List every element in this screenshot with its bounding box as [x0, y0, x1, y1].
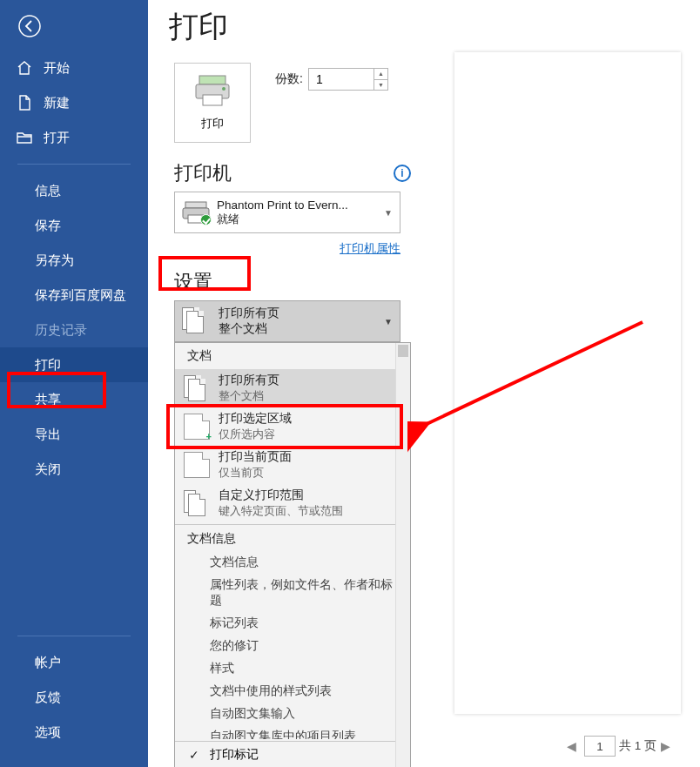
folder-open-icon: [16, 129, 33, 146]
info-line[interactable]: 自动图文集输入: [175, 703, 410, 725]
spinner-up[interactable]: ▲: [374, 69, 387, 80]
sidebar-item-label: 保存到百度网盘: [35, 287, 126, 304]
svg-point-4: [222, 87, 225, 91]
info-line[interactable]: 文档信息: [175, 551, 410, 574]
info-line[interactable]: 属性列表，例如文件名、作者和标题: [175, 574, 410, 612]
sidebar-item-options[interactable]: 选项: [0, 715, 148, 750]
next-page-button[interactable]: ▶: [656, 737, 674, 755]
sidebar-item-open[interactable]: 打开: [0, 120, 148, 155]
printer-status-icon: [182, 201, 210, 224]
page-selection-icon: [184, 414, 210, 440]
backstage-sidebar: 开始 新建 打开 信息 保存 另存为 保存到百度网盘 历史记录 打印 共享 导出…: [0, 0, 148, 767]
dropdown-scrollbar[interactable]: [395, 343, 410, 767]
sidebar-item-label: 帐户: [35, 655, 61, 671]
spinner-buttons: ▲ ▼: [374, 69, 387, 90]
file-icon: [16, 94, 33, 111]
sidebar-item-label: 历史记录: [35, 322, 87, 339]
sidebar-item-export[interactable]: 导出: [0, 417, 148, 452]
page-title: 打印: [169, 7, 420, 47]
dropdown-group-document: 文档: [175, 343, 410, 369]
printer-status: 就绪: [217, 212, 384, 227]
sidebar-item-label: 反馈: [35, 690, 61, 706]
dropdown-separator: [175, 741, 410, 742]
info-line[interactable]: 您的修订: [175, 635, 410, 657]
sidebar-item-new[interactable]: 新建: [0, 85, 148, 120]
page-icon: [184, 452, 210, 478]
dropdown-selected-sub: 整个文档: [219, 321, 384, 337]
sidebar-item-save-baidu[interactable]: 保存到百度网盘: [0, 278, 148, 313]
sidebar-item-feedback[interactable]: 反馈: [0, 680, 148, 715]
svg-rect-3: [203, 95, 222, 105]
page-range-icon: [184, 490, 210, 516]
copies-field: 份数: 1 ▲ ▼: [275, 68, 388, 91]
info-line[interactable]: 文档中使用的样式列表: [175, 680, 410, 703]
current-page-input[interactable]: 1: [584, 736, 616, 757]
sidebar-item-save[interactable]: 保存: [0, 208, 148, 243]
printer-section-title: 打印机: [174, 160, 232, 186]
sidebar-item-label: 共享: [35, 392, 61, 408]
page-navigator: ◀ 1 共 1 页 ▶: [563, 736, 674, 757]
option-print-current[interactable]: 打印当前页面仅当前页: [175, 446, 396, 484]
sidebar-item-label: 开始: [44, 60, 70, 77]
total-pages-label: 共 1 页: [619, 738, 656, 754]
chevron-down-icon: ▼: [384, 208, 393, 218]
option-print-selection[interactable]: 打印选定区域仅所选内容: [175, 407, 396, 446]
sidebar-item-account[interactable]: 帐户: [0, 645, 148, 680]
printer-selector[interactable]: Phantom Print to Evern... 就绪 ▼: [174, 192, 400, 233]
home-icon: [16, 59, 33, 77]
sidebar-item-label: 信息: [35, 183, 61, 199]
check-icon: ✓: [187, 748, 201, 762]
settings-section-title: 设置: [174, 269, 212, 295]
dropdown-group-docinfo: 文档信息: [175, 527, 410, 551]
copies-label: 份数:: [275, 71, 303, 87]
sidebar-item-label: 新建: [44, 95, 70, 111]
sidebar-item-label: 关闭: [35, 461, 61, 478]
svg-point-0: [19, 16, 40, 37]
print-button-label: 打印: [201, 116, 224, 131]
info-line[interactable]: 标记列表: [175, 612, 410, 635]
option-print-all[interactable]: 打印所有页整个文档: [175, 369, 396, 407]
sidebar-item-label: 打开: [44, 130, 70, 146]
sidebar-item-share[interactable]: 共享: [0, 382, 148, 417]
spinner-down[interactable]: ▼: [374, 80, 387, 91]
print-range-dropdown-list: 文档 打印所有页整个文档 打印选定区域仅所选内容 打印当前页面仅当前页 自定义打…: [174, 342, 411, 767]
dropdown-selected-title: 打印所有页: [219, 306, 384, 321]
svg-rect-1: [199, 76, 225, 84]
sidebar-item-label: 保存: [35, 218, 61, 234]
sidebar-item-label: 另存为: [35, 252, 74, 269]
print-backstage-content: 打印 打印 份数: 1 ▲ ▼: [148, 0, 700, 767]
print-range-dropdown[interactable]: 打印所有页 整个文档 ▼: [174, 300, 400, 342]
dropdown-separator: [175, 524, 410, 525]
printer-properties-link[interactable]: 打印机属性: [340, 241, 400, 255]
printer-icon: [194, 74, 231, 107]
sidebar-divider: [17, 164, 131, 165]
sidebar-divider: [17, 636, 131, 636]
pages-stack-icon: [184, 375, 210, 401]
check-print-markup[interactable]: ✓打印标记: [175, 743, 410, 766]
info-line[interactable]: 样式: [175, 657, 410, 680]
sidebar-item-label: 导出: [35, 427, 61, 443]
info-line[interactable]: 自动图文集库中的项目列表: [175, 725, 410, 739]
sidebar-item-saveas[interactable]: 另存为: [0, 243, 148, 278]
sidebar-item-history[interactable]: 历史记录: [0, 313, 148, 347]
svg-rect-5: [185, 202, 206, 208]
print-preview-pane: ◀ 1 共 1 页 ▶: [420, 0, 700, 767]
copies-spinner[interactable]: 1 ▲ ▼: [308, 68, 388, 91]
chevron-down-icon: ▼: [384, 317, 393, 326]
sidebar-item-close[interactable]: 关闭: [0, 452, 148, 487]
print-button[interactable]: 打印: [174, 63, 251, 143]
sidebar-item-info[interactable]: 信息: [0, 173, 148, 208]
prev-page-button[interactable]: ◀: [563, 737, 581, 755]
option-custom-range[interactable]: 自定义打印范围键入特定页面、节或范围: [175, 484, 396, 522]
sidebar-item-label: 选项: [35, 724, 61, 741]
sidebar-item-print[interactable]: 打印: [0, 347, 148, 382]
preview-page: [454, 52, 681, 714]
back-button[interactable]: [12, 9, 47, 44]
info-icon[interactable]: i: [394, 165, 411, 182]
scroll-up-button[interactable]: [398, 345, 408, 357]
sidebar-item-label: 打印: [35, 357, 61, 373]
sidebar-item-home[interactable]: 开始: [0, 50, 148, 85]
print-settings-pane: 打印 打印 份数: 1 ▲ ▼: [148, 0, 420, 767]
copies-value: 1: [309, 72, 323, 86]
printer-name: Phantom Print to Evern...: [217, 198, 384, 212]
